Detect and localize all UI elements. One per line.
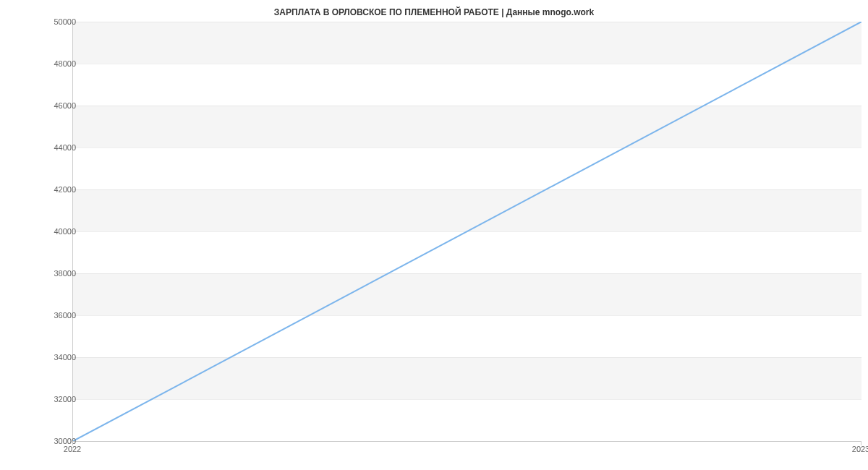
y-tick-label: 40000 (54, 227, 76, 236)
y-tick-label: 44000 (54, 143, 76, 152)
y-tick-label: 34000 (54, 353, 76, 362)
y-tick-label: 50000 (54, 17, 76, 26)
chart-container: ЗАРПЛАТА В ОРЛОВСКОЕ ПО ПЛЕМЕННОЙ РАБОТЕ… (0, 0, 868, 470)
chart-title: ЗАРПЛАТА В ОРЛОВСКОЕ ПО ПЛЕМЕННОЙ РАБОТЕ… (0, 0, 868, 17)
x-tick-mark (72, 441, 73, 445)
y-tick-label: 36000 (54, 311, 76, 320)
y-tick-label: 32000 (54, 395, 76, 403)
plot-area (72, 22, 861, 442)
y-tick-label: 48000 (54, 59, 76, 68)
x-tick-label: 2022 (64, 445, 81, 453)
grid-line (73, 441, 861, 442)
line-svg (73, 22, 861, 441)
y-tick-label: 42000 (54, 185, 76, 194)
x-tick-mark (861, 441, 861, 445)
y-tick-label: 46000 (54, 101, 76, 110)
data-line (73, 22, 861, 441)
y-tick-label: 38000 (54, 269, 76, 278)
x-tick-label: 2023 (852, 445, 868, 453)
